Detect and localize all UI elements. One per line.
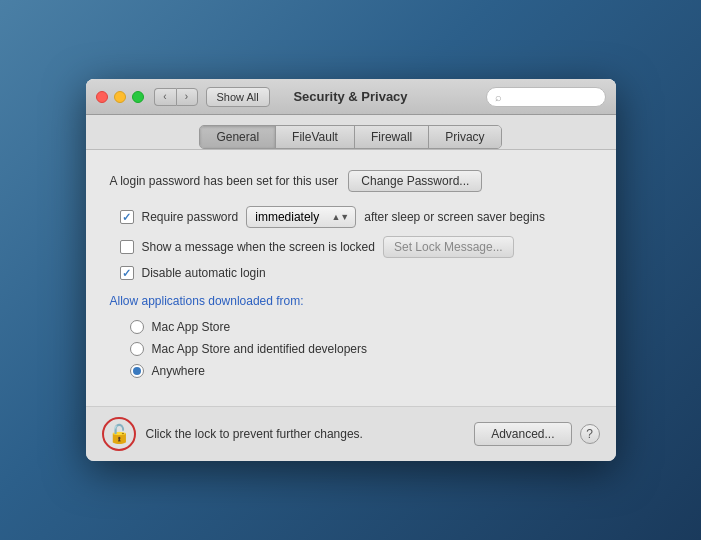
- search-input[interactable]: [506, 91, 597, 103]
- login-password-text: A login password has been set for this u…: [110, 174, 339, 188]
- radio-mac-app-store[interactable]: [130, 320, 144, 334]
- change-password-button[interactable]: Change Password...: [348, 170, 482, 192]
- dropdown-value: immediately: [255, 210, 319, 224]
- disable-autologin-row: Disable automatic login: [120, 266, 592, 280]
- tab-filevault[interactable]: FileVault: [276, 126, 355, 148]
- minimize-button[interactable]: [114, 91, 126, 103]
- security-privacy-window: ‹ › Show All Security & Privacy ⌕ Genera…: [86, 79, 616, 461]
- show-message-checkbox[interactable]: [120, 240, 134, 254]
- radio-mac-app-store-row: Mac App Store: [130, 320, 592, 334]
- options-section: Require password immediately ▲▼ after sl…: [120, 206, 592, 280]
- tab-firewall[interactable]: Firewall: [355, 126, 429, 148]
- require-password-row: Require password immediately ▲▼ after sl…: [120, 206, 592, 228]
- search-box[interactable]: ⌕: [486, 87, 606, 107]
- content-area: A login password has been set for this u…: [86, 150, 616, 406]
- lock-icon: 🔓: [108, 423, 130, 445]
- lock-text: Click the lock to prevent further change…: [146, 427, 475, 441]
- tab-privacy[interactable]: Privacy: [429, 126, 500, 148]
- radio-mac-app-store-identified[interactable]: [130, 342, 144, 356]
- titlebar: ‹ › Show All Security & Privacy ⌕: [86, 79, 616, 115]
- radio-mac-app-store-identified-label: Mac App Store and identified developers: [152, 342, 367, 356]
- nav-buttons: ‹ ›: [154, 88, 198, 106]
- disable-autologin-checkbox[interactable]: [120, 266, 134, 280]
- radio-anywhere-label: Anywhere: [152, 364, 205, 378]
- dropdown-arrow-icon: ▲▼: [331, 212, 349, 222]
- show-all-button[interactable]: Show All: [206, 87, 270, 107]
- show-message-label: Show a message when the screen is locked: [142, 240, 375, 254]
- forward-button[interactable]: ›: [176, 88, 198, 106]
- bottom-bar: 🔓 Click the lock to prevent further chan…: [86, 406, 616, 461]
- back-button[interactable]: ‹: [154, 88, 176, 106]
- password-timing-dropdown[interactable]: immediately ▲▼: [246, 206, 356, 228]
- forward-arrow-icon: ›: [185, 91, 188, 102]
- require-password-checkbox[interactable]: [120, 210, 134, 224]
- back-arrow-icon: ‹: [163, 91, 166, 102]
- lock-button[interactable]: 🔓: [102, 417, 136, 451]
- advanced-button[interactable]: Advanced...: [474, 422, 571, 446]
- radio-mac-app-store-label: Mac App Store: [152, 320, 231, 334]
- require-password-label: Require password: [142, 210, 239, 224]
- show-message-row: Show a message when the screen is locked…: [120, 236, 592, 258]
- disable-autologin-label: Disable automatic login: [142, 266, 266, 280]
- help-button[interactable]: ?: [580, 424, 600, 444]
- set-lock-message-button[interactable]: Set Lock Message...: [383, 236, 514, 258]
- window-title: Security & Privacy: [293, 89, 407, 104]
- close-button[interactable]: [96, 91, 108, 103]
- allow-apps-title: Allow applications downloaded from:: [110, 294, 592, 308]
- search-icon: ⌕: [495, 91, 502, 103]
- traffic-lights: [96, 91, 144, 103]
- radio-mac-app-store-identified-row: Mac App Store and identified developers: [130, 342, 592, 356]
- radio-anywhere-row: Anywhere: [130, 364, 592, 378]
- after-sleep-text: after sleep or screen saver begins: [364, 210, 545, 224]
- tabs: General FileVault Firewall Privacy: [199, 125, 501, 149]
- radio-group: Mac App Store Mac App Store and identifi…: [130, 320, 592, 378]
- tabs-container: General FileVault Firewall Privacy: [86, 115, 616, 150]
- tab-general[interactable]: General: [200, 126, 276, 148]
- login-password-row: A login password has been set for this u…: [110, 170, 592, 192]
- allow-apps-section: Allow applications downloaded from: Mac …: [110, 294, 592, 378]
- maximize-button[interactable]: [132, 91, 144, 103]
- radio-anywhere[interactable]: [130, 364, 144, 378]
